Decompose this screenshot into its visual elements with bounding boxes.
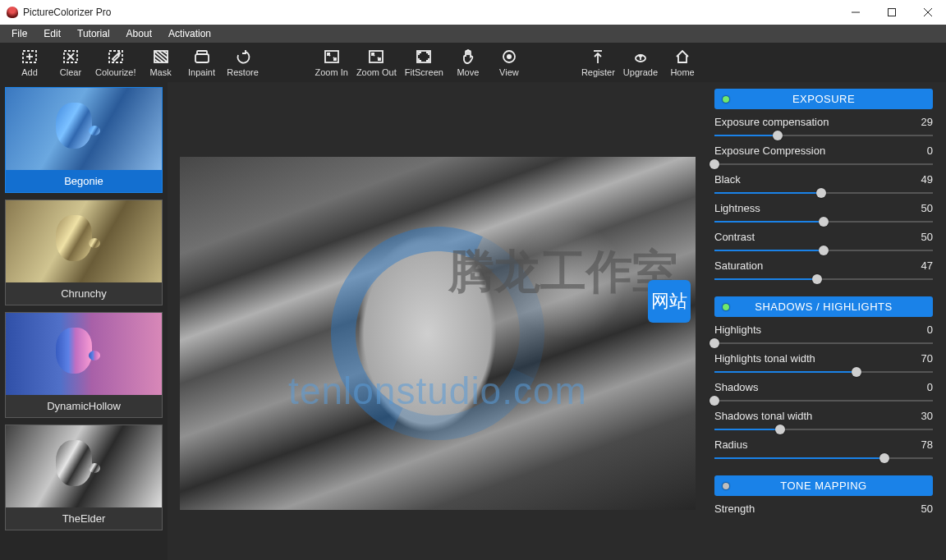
slider-track[interactable]	[714, 452, 933, 464]
mask-button[interactable]: Mask	[143, 47, 179, 79]
preset-begonie[interactable]: Begonie	[5, 87, 163, 193]
menu-about[interactable]: About	[118, 25, 160, 43]
slider-thumb[interactable]	[710, 396, 719, 406]
slider-row: Contrast50	[714, 231, 933, 243]
preset-label: Chrunchy	[6, 282, 162, 305]
preset-dynamichollow[interactable]: DynamicHollow	[5, 312, 163, 418]
canvas-area: 腾龙工作室 tenlonstudio.com 网站	[168, 82, 708, 560]
preset-chrunchy[interactable]: Chrunchy	[5, 200, 163, 305]
slider-value: 49	[912, 173, 933, 186]
section-header[interactable]: SHADOWS / HIGHLIGHTS	[714, 296, 933, 317]
slider-label: Strength	[714, 503, 912, 515]
zoomout-button[interactable]: Zoom Out	[355, 47, 398, 79]
slider-thumb[interactable]	[775, 425, 785, 434]
zoomin-icon	[323, 48, 341, 65]
slider-row: Black49	[714, 173, 933, 186]
slider-thumb[interactable]	[816, 188, 826, 198]
view-icon	[500, 48, 518, 65]
slider-track[interactable]	[714, 273, 933, 285]
section-header[interactable]: TONE MAPPING	[714, 475, 933, 496]
slider-label: Contrast	[714, 231, 912, 243]
slider-label: Exposure compensation	[714, 116, 912, 128]
clear-button[interactable]: Clear	[53, 47, 89, 79]
svg-rect-19	[197, 51, 207, 54]
add-button[interactable]: Add	[11, 47, 48, 79]
maximize-button[interactable]	[874, 0, 910, 25]
slider-thumb[interactable]	[879, 453, 889, 463]
clear-icon	[62, 48, 80, 65]
slider-track[interactable]	[714, 337, 933, 349]
slider-value: 50	[912, 503, 933, 515]
app-logo-icon	[7, 7, 18, 18]
slider-thumb[interactable]	[819, 246, 829, 255]
slider-row: Shadows tonal width30	[714, 410, 933, 422]
preset-theelder[interactable]: TheElder	[5, 425, 163, 530]
mask-icon	[152, 48, 170, 65]
menu-edit[interactable]: Edit	[35, 25, 69, 43]
upgrade-button[interactable]: Upgrade	[622, 47, 659, 79]
zoomout-icon	[367, 48, 385, 65]
view-button[interactable]: View	[491, 47, 527, 79]
section-header[interactable]: EXPOSURE	[714, 89, 933, 109]
titlebar: PictureColorizer Pro	[0, 0, 946, 25]
menu-tutorial[interactable]: Tutorial	[69, 25, 118, 43]
minimize-button[interactable]	[838, 0, 874, 25]
slider-thumb[interactable]	[819, 217, 829, 227]
move-button[interactable]: Move	[450, 47, 486, 79]
preset-label: TheElder	[6, 507, 162, 530]
home-button[interactable]: Home	[664, 47, 700, 79]
preset-thumbnail	[6, 425, 162, 507]
slider-thumb[interactable]	[852, 367, 861, 377]
menu-file[interactable]: File	[3, 25, 35, 43]
slider-row: Exposure compensation29	[714, 116, 933, 128]
slider-thumb[interactable]	[773, 131, 783, 140]
slider-value: 29	[912, 116, 933, 128]
slider-thumb[interactable]	[710, 338, 719, 348]
slider-label: Shadows	[714, 381, 912, 393]
upgrade-icon	[631, 48, 650, 65]
slider-row: Highlights tonal width70	[714, 352, 933, 365]
inpaint-button[interactable]: Inpaint	[184, 47, 220, 79]
slider-row: Saturation47	[714, 259, 933, 272]
register-button[interactable]: Register	[580, 47, 617, 79]
restore-button[interactable]: Restore	[225, 47, 261, 79]
slider-row: Shadows0	[714, 381, 933, 393]
inpaint-icon	[193, 48, 211, 65]
slider-value: 0	[912, 145, 933, 157]
menubar: FileEditTutorialAboutActivation	[0, 25, 946, 43]
menu-activation[interactable]: Activation	[160, 25, 219, 43]
slider-label: Highlights	[714, 324, 912, 336]
slider-track[interactable]	[714, 424, 933, 435]
slider-track[interactable]	[714, 158, 933, 170]
preset-thumbnail	[6, 88, 162, 170]
watermark-stamp: 网站	[648, 280, 691, 323]
slider-thumb[interactable]	[710, 159, 719, 169]
close-button[interactable]	[910, 0, 946, 25]
slider-track[interactable]	[714, 395, 933, 406]
zoomin-button[interactable]: Zoom In	[314, 47, 350, 79]
slider-row: Strength50	[714, 503, 933, 515]
slider-row: Lightness50	[714, 202, 933, 214]
slider-value: 78	[912, 438, 933, 451]
colourize-button[interactable]: Colourize!	[94, 47, 138, 79]
register-icon	[589, 48, 607, 65]
fitscreen-button[interactable]: FitScreen	[403, 47, 445, 79]
slider-label: Black	[714, 173, 912, 186]
slider-row: Exposure Compression0	[714, 145, 933, 157]
slider-track[interactable]	[714, 130, 933, 141]
preset-panel: BegonieChrunchyDynamicHollowTheElder	[0, 82, 168, 560]
slider-label: Highlights tonal width	[714, 352, 912, 365]
slider-track[interactable]	[714, 245, 933, 256]
restore-icon	[234, 48, 252, 65]
slider-track[interactable]	[714, 216, 933, 227]
svg-point-28	[507, 54, 512, 59]
slider-track[interactable]	[714, 187, 933, 199]
home-icon	[673, 48, 691, 65]
slider-value: 50	[912, 202, 933, 214]
slider-thumb[interactable]	[812, 274, 822, 284]
image-canvas[interactable]: 腾龙工作室 tenlonstudio.com 网站	[180, 157, 696, 510]
window-title: PictureColorizer Pro	[23, 7, 838, 18]
slider-track[interactable]	[714, 366, 933, 378]
slider-value: 50	[912, 231, 933, 243]
add-icon	[21, 48, 39, 65]
